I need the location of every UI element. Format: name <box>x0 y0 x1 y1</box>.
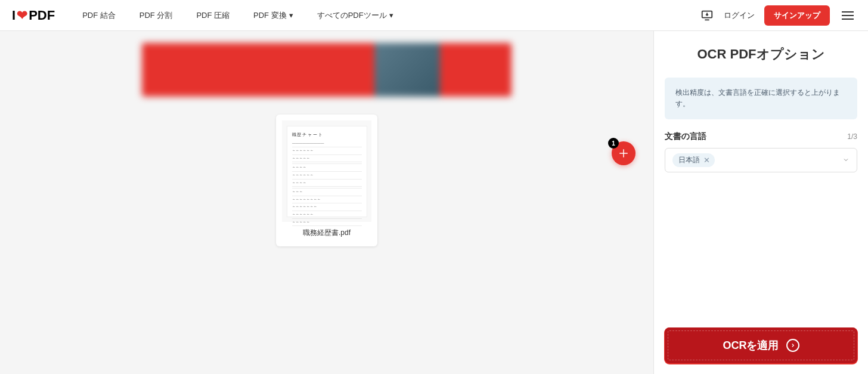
login-link[interactable]: ログイン <box>724 10 755 21</box>
signup-button[interactable]: サインアップ <box>764 5 830 26</box>
remove-language-icon[interactable]: ✕ <box>703 156 710 164</box>
nav-convert[interactable]: PDF 変換 ▾ <box>244 5 303 26</box>
language-label: 文書の言語 <box>665 131 706 142</box>
topbar-right: ログイン サインアップ <box>700 5 856 26</box>
logo-suffix: PDF <box>29 8 55 23</box>
workspace: 職 歴 チ ャ ー ト ――――――――― ～～～～～～ ～～～～～ ～～～～ … <box>0 31 653 374</box>
language-select[interactable]: 日本語 ✕ <box>665 148 857 172</box>
ad-banner[interactable] <box>142 43 512 97</box>
file-thumbnail: 職 歴 チ ャ ー ト ――――――――― ～～～～～～ ～～～～～ ～～～～ … <box>282 120 371 222</box>
menu-icon[interactable] <box>839 9 856 22</box>
heart-icon: ❤ <box>17 8 27 23</box>
logo-prefix: I <box>12 8 16 23</box>
sidebar-title: OCR PDFオプション <box>654 31 868 78</box>
caret-down-icon: ▾ <box>389 11 393 20</box>
arrow-right-circle-icon <box>786 339 799 352</box>
desktop-download-icon[interactable] <box>700 8 714 23</box>
main-nav: PDF 結合 PDF 分割 PDF 圧縮 PDF 変換 ▾ すべてのPDFツール… <box>73 5 700 26</box>
apply-button-label: OCRを適用 <box>723 338 779 353</box>
file-count-badge: 1 <box>608 138 619 149</box>
apply-ocr-button[interactable]: OCRを適用 <box>665 327 857 363</box>
nav-split[interactable]: PDF 分割 <box>130 5 182 26</box>
caret-down-icon: ▾ <box>289 11 293 20</box>
main: 職 歴 チ ャ ー ト ――――――――― ～～～～～～ ～～～～～ ～～～～ … <box>0 31 868 374</box>
chevron-down-icon <box>842 155 850 166</box>
language-chip-label: 日本語 <box>678 155 700 165</box>
topbar: I ❤ PDF PDF 結合 PDF 分割 PDF 圧縮 PDF 変換 ▾ すべ… <box>0 0 868 31</box>
language-count: 1/3 <box>847 132 857 141</box>
language-chip: 日本語 ✕ <box>672 153 715 167</box>
file-card[interactable]: 職 歴 チ ャ ー ト ――――――――― ～～～～～～ ～～～～～ ～～～～ … <box>276 115 377 246</box>
add-file-button[interactable]: 1 <box>612 141 636 165</box>
plus-icon <box>618 148 629 159</box>
info-message: 検出精度は、文書言語を正確に選択すると上がります。 <box>665 78 857 119</box>
options-sidebar: OCR PDFオプション 検出精度は、文書言語を正確に選択すると上がります。 文… <box>653 31 868 374</box>
nav-merge[interactable]: PDF 結合 <box>73 5 125 26</box>
nav-all-tools[interactable]: すべてのPDFツール ▾ <box>308 5 403 26</box>
language-section: 文書の言語 1/3 日本語 ✕ <box>665 131 857 172</box>
file-name: 職務経歴書.pdf <box>282 228 371 240</box>
nav-compress[interactable]: PDF 圧縮 <box>187 5 239 26</box>
logo[interactable]: I ❤ PDF <box>12 8 55 23</box>
